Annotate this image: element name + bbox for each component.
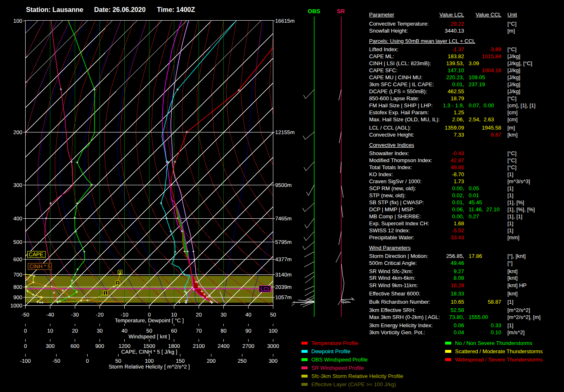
svg-text:1200: 1200 bbox=[118, 343, 130, 349]
svg-text:2400: 2400 bbox=[218, 343, 230, 349]
svg-text:150: 150 bbox=[176, 358, 185, 364]
svg-text:-50: -50 bbox=[52, 358, 60, 364]
svg-text:600: 600 bbox=[71, 343, 80, 349]
svg-text:900: 900 bbox=[95, 343, 104, 349]
svg-text:3000: 3000 bbox=[267, 343, 279, 349]
svg-text:1500: 1500 bbox=[143, 343, 155, 349]
svg-text:50: 50 bbox=[115, 358, 121, 364]
svg-text:2700: 2700 bbox=[242, 343, 254, 349]
svg-text:-100: -100 bbox=[20, 358, 31, 364]
svg-text:0: 0 bbox=[24, 343, 27, 349]
svg-text:300: 300 bbox=[46, 343, 55, 349]
svg-text:200: 200 bbox=[207, 358, 216, 364]
svg-text:0: 0 bbox=[86, 358, 89, 364]
svg-text:CAPE, CINH * 5 [ J/kg ]: CAPE, CINH * 5 [ J/kg ] bbox=[121, 349, 178, 355]
svg-text:Storm Relative Helicity [ m^2: Storm Relative Helicity [ m^2/s^2 ] bbox=[109, 364, 190, 370]
svg-text:100: 100 bbox=[145, 358, 154, 364]
svg-text:1800: 1800 bbox=[168, 343, 180, 349]
svg-text:300: 300 bbox=[269, 358, 278, 364]
svg-text:2100: 2100 bbox=[193, 343, 205, 349]
svg-text:250: 250 bbox=[238, 358, 247, 364]
